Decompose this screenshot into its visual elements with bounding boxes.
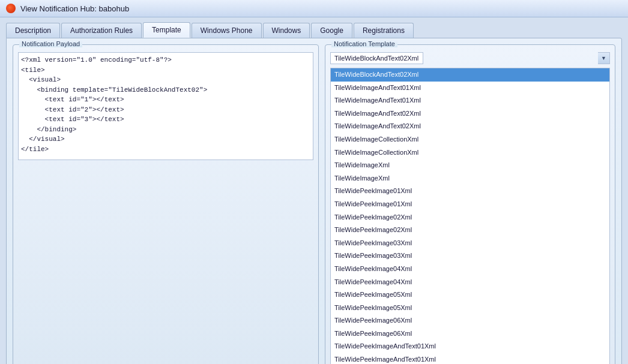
title-bar: View Notification Hub: babohub (0, 0, 628, 17)
notification-payload-group: Notification Payload <?xml version="1.0"… (13, 44, 319, 364)
template-list-item[interactable]: TileWideImageCollectionXml (331, 146, 609, 160)
template-list-item[interactable]: TileWideImageXml (331, 172, 609, 185)
content-area: Notification Payload <?xml version="1.0"… (6, 38, 622, 364)
tab-registrations[interactable]: Registrations (354, 23, 414, 38)
dropdown-arrow-icon[interactable]: ▼ (598, 52, 610, 64)
payload-label: Notification Payload (19, 40, 82, 47)
tab-description[interactable]: Description (6, 23, 60, 38)
tab-bar: Description Authorization Rules Template… (6, 22, 622, 38)
dropdown-wrapper: TileWideBlockAndText02Xml ▼ (330, 52, 610, 64)
template-list-item[interactable]: TileWidePeekImage04Xml (331, 276, 609, 289)
template-list-item[interactable]: TileWideImageAndText01Xml (331, 94, 609, 107)
template-list-item[interactable]: TileWidePeekImage03Xml (331, 249, 609, 263)
dropdown-row: TileWideBlockAndText02Xml ▼ (330, 52, 610, 64)
left-panel: Notification Payload <?xml version="1.0"… (13, 44, 319, 364)
template-list-item[interactable]: TileWideImageAndText02Xml (331, 107, 609, 121)
template-list-item[interactable]: TileWideImageCollectionXml (331, 133, 609, 146)
template-list-item[interactable]: TileWidePeekImage03Xml (331, 237, 609, 250)
template-list-item[interactable]: TileWidePeekImage04Xml (331, 263, 609, 276)
template-list-item[interactable]: TileWidePeekImage05Xml (331, 302, 609, 315)
window-title: View Notification Hub: babohub (20, 4, 129, 13)
template-list-item[interactable]: TileWideImageAndText01Xml (331, 82, 609, 95)
tab-authorization[interactable]: Authorization Rules (61, 23, 142, 38)
template-list-item[interactable]: TileWidePeekImageAndText01Xml (331, 353, 609, 364)
tab-google[interactable]: Google (311, 23, 352, 38)
template-list-item[interactable]: TileWidePeekImage01Xml (331, 185, 609, 198)
template-list-item[interactable]: TileWidePeekImageAndText01Xml (331, 340, 609, 353)
right-panel: Notification Template TileWideBlockAndTe… (325, 44, 615, 364)
template-dropdown[interactable]: TileWideBlockAndText02Xml (330, 52, 423, 64)
template-list-item[interactable]: TileWideImageXml (331, 159, 609, 172)
template-list-item[interactable]: TileWidePeekImage01Xml (331, 198, 609, 211)
app-icon (6, 4, 16, 13)
main-container: Description Authorization Rules Template… (0, 17, 628, 361)
tab-windows-phone[interactable]: Windows Phone (192, 23, 262, 38)
notification-template-group: Notification Template TileWideBlockAndTe… (325, 44, 615, 364)
template-list[interactable]: TileWideBlockAndText02XmlTileWideImageAn… (330, 68, 610, 364)
template-list-item[interactable]: TileWidePeekImage05Xml (331, 288, 609, 302)
template-list-item[interactable]: TileWidePeekImage06Xml (331, 327, 609, 341)
tab-windows[interactable]: Windows (263, 23, 310, 38)
panels-row: Notification Payload <?xml version="1.0"… (13, 44, 615, 364)
template-list-item[interactable]: TileWideImageAndText02Xml (331, 120, 609, 133)
template-label: Notification Template (331, 40, 397, 47)
template-list-item[interactable]: TileWidePeekImage06Xml (331, 314, 609, 327)
tab-template[interactable]: Template (143, 22, 190, 38)
payload-textarea[interactable]: <?xml version="1.0" encoding="utf-8"?> <… (18, 52, 313, 160)
template-list-item[interactable]: TileWidePeekImage02Xml (331, 224, 609, 237)
template-list-item[interactable]: TileWidePeekImage02Xml (331, 211, 609, 224)
template-list-item[interactable]: TileWideBlockAndText02Xml (331, 68, 609, 82)
